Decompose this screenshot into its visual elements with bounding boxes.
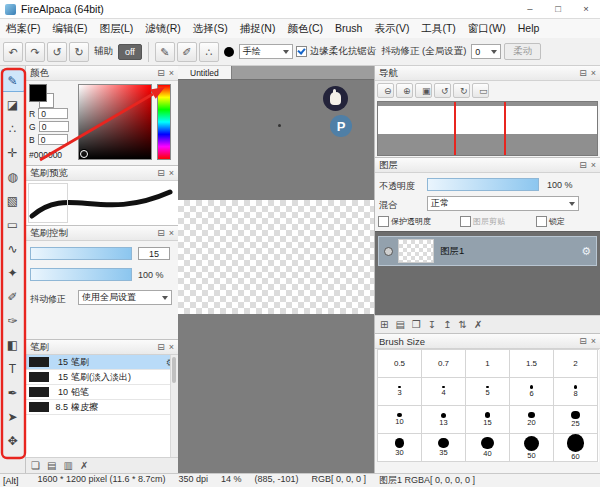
brush-size-60[interactable]: 60 — [554, 434, 598, 462]
rotate-right-icon[interactable]: ↻ — [453, 83, 470, 98]
close-panel-icon[interactable]: × — [169, 166, 174, 180]
brush-list-item[interactable]: 15笔刷(淡入淡出) — [26, 370, 178, 385]
layer-row[interactable]: 图层1⚙ — [378, 236, 597, 266]
close-panel-icon[interactable]: × — [591, 334, 596, 348]
pen-mode-icon[interactable]: ✎ — [155, 42, 175, 62]
brush-size-0.7[interactable]: 0.7 — [422, 350, 466, 378]
bucket-tool[interactable]: ◧ — [1, 333, 25, 356]
select-rect-tool[interactable]: ▭ — [1, 213, 25, 236]
foreground-color-swatch[interactable] — [29, 84, 47, 102]
move-layer-up-icon[interactable]: ↥ — [443, 318, 451, 332]
close-panel-icon[interactable]: × — [169, 66, 174, 80]
menu-item-view[interactable]: 表示(V) — [368, 19, 415, 38]
fill-tool[interactable]: ◍ — [1, 165, 25, 188]
close-button[interactable]: × — [572, 0, 600, 18]
layer-settings-gear-icon[interactable]: ⚙ — [581, 245, 591, 258]
zoom-fit-icon[interactable]: ▣ — [415, 83, 432, 98]
brush-size-13[interactable]: 13 — [422, 406, 466, 434]
operation-tool[interactable]: ➤ — [1, 405, 25, 428]
brush-opacity-slider[interactable] — [30, 268, 132, 281]
blend-select[interactable]: 正常 — [427, 196, 579, 211]
pen-tool[interactable]: ✎ — [1, 69, 25, 92]
menu-item-snap[interactable]: 捕捉(N) — [234, 19, 282, 38]
float-panel-icon[interactable]: ⊟ — [579, 158, 587, 172]
layer-opacity-slider[interactable] — [427, 178, 539, 191]
brush-size-value[interactable]: 15 — [138, 247, 170, 260]
brush-size-8[interactable]: 8 — [554, 378, 598, 406]
duplicate-layer-icon[interactable]: ❐ — [412, 318, 421, 332]
new-layer-icon[interactable]: ⊞ — [380, 318, 388, 332]
brush-size-4[interactable]: 4 — [422, 378, 466, 406]
gradient-tool[interactable]: ▧ — [1, 189, 25, 212]
soften-button[interactable]: 柔动 — [504, 43, 541, 60]
brush-size-20[interactable]: 20 — [510, 406, 554, 434]
undo-icon[interactable]: ↶ — [3, 42, 23, 62]
menu-item-select[interactable]: 选择(S) — [187, 19, 234, 38]
hue-slider[interactable] — [157, 84, 171, 160]
brush-list-item[interactable]: 10铅笔 — [26, 385, 178, 400]
add-brush-icon[interactable]: ❏ — [31, 459, 40, 473]
select-eraser-tool[interactable]: ✑ — [1, 309, 25, 332]
brush-size-10[interactable]: 10 — [378, 406, 422, 434]
brush-size-2[interactable]: 2 — [554, 350, 598, 378]
red-input[interactable]: 0 — [38, 108, 68, 119]
minimize-button[interactable]: – — [516, 0, 544, 18]
new-folder-icon[interactable]: ▤ — [395, 318, 404, 332]
close-panel-icon[interactable]: × — [169, 226, 174, 240]
delete-layer-icon[interactable]: ✗ — [474, 318, 482, 332]
document-tab[interactable]: Untitled — [178, 66, 232, 79]
airbrush-tool[interactable]: ∴ — [1, 117, 25, 140]
float-panel-icon[interactable]: ⊟ — [157, 340, 165, 354]
brush-size-30[interactable]: 30 — [378, 434, 422, 462]
move-tool[interactable]: ✛ — [1, 141, 25, 164]
rotate-cw-icon[interactable]: ↻ — [69, 42, 89, 62]
brush-menu-icon[interactable]: ▥ — [63, 459, 72, 473]
menu-item-filter[interactable]: 滤镜(R) — [139, 19, 187, 38]
lasso-tool[interactable]: ∿ — [1, 237, 25, 260]
float-panel-icon[interactable]: ⊟ — [157, 226, 165, 240]
reset-view-icon[interactable]: ▭ — [472, 83, 489, 98]
stabilizer-mode-select[interactable]: 使用全局设置 — [78, 290, 172, 305]
float-panel-icon[interactable]: ⊟ — [579, 66, 587, 80]
rotate-left-icon[interactable]: ↺ — [434, 83, 451, 98]
layer-visibility-icon[interactable] — [384, 247, 393, 256]
menu-item-tool[interactable]: 工具(T) — [415, 19, 461, 38]
checkbox-lock[interactable]: 锁定 — [536, 216, 565, 227]
menu-item-brush[interactable]: Brush — [329, 19, 368, 38]
redo-icon[interactable]: ↷ — [25, 42, 45, 62]
add-brush-folder-icon[interactable]: ▤ — [47, 459, 56, 473]
document-canvas[interactable] — [178, 200, 374, 314]
correction-mode-icon[interactable]: ✐ — [177, 42, 197, 62]
navigator-preview[interactable] — [377, 101, 598, 156]
menu-item-color[interactable]: 颜色(C) — [281, 19, 329, 38]
brush-size-1[interactable]: 1 — [466, 350, 510, 378]
brush-list-item[interactable]: 8.5橡皮擦 — [26, 400, 178, 415]
brush-size-1.5[interactable]: 1.5 — [510, 350, 554, 378]
float-panel-icon[interactable]: ⊟ — [579, 334, 587, 348]
float-panel-icon[interactable]: ⊟ — [157, 166, 165, 180]
menu-item-file[interactable]: 档案(F) — [0, 19, 46, 38]
menu-item-window[interactable]: 窗口(W) — [462, 19, 512, 38]
brush-size-slider[interactable] — [30, 247, 132, 260]
eraser-tool[interactable]: ◪ — [1, 93, 25, 116]
brush-size-0.5[interactable]: 0.5 — [378, 350, 422, 378]
green-input[interactable]: 0 — [39, 121, 69, 132]
maximize-button[interactable]: □ — [544, 0, 572, 18]
brush-size-15[interactable]: 15 — [466, 406, 510, 434]
eyedropper-tool[interactable]: ✒ — [1, 381, 25, 404]
select-pen-tool[interactable]: ✐ — [1, 285, 25, 308]
canvas-area[interactable]: Untitled P — [178, 66, 374, 473]
close-panel-icon[interactable]: × — [169, 340, 174, 354]
brush-size-6[interactable]: 6 — [510, 378, 554, 406]
menu-item-edit[interactable]: 编辑(E) — [46, 19, 93, 38]
menu-item-help[interactable]: Help — [512, 19, 546, 38]
rotate-ccw-icon[interactable]: ↺ — [47, 42, 67, 62]
saturation-value-picker[interactable] — [78, 84, 152, 160]
merge-down-icon[interactable]: ↧ — [428, 318, 436, 332]
zoom-out-icon[interactable]: ⊖ — [377, 83, 394, 98]
menu-item-layer[interactable]: 图层(L) — [93, 19, 139, 38]
brush-list-scrollbar[interactable] — [170, 355, 178, 457]
float-panel-icon[interactable]: ⊟ — [157, 66, 165, 80]
assist-off-toggle[interactable]: off — [118, 44, 142, 60]
brush-size-35[interactable]: 35 — [422, 434, 466, 462]
